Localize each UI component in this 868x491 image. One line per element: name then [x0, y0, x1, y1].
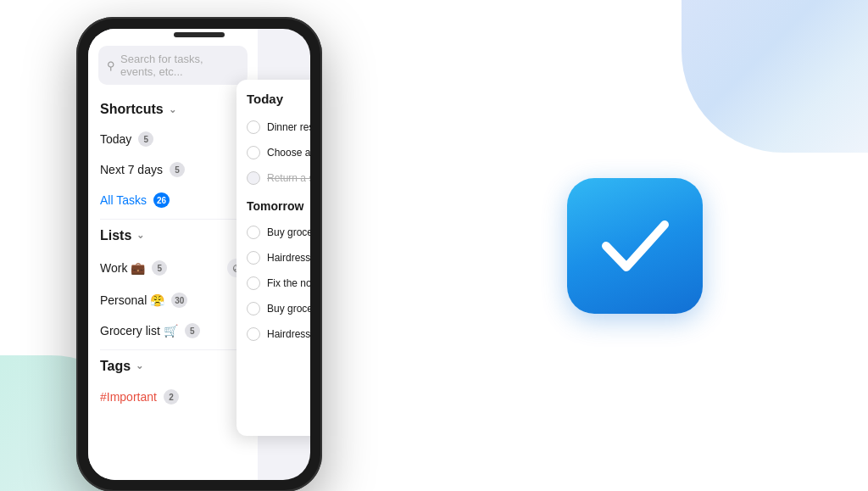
task-dinner-label: Dinner rese...: [267, 121, 310, 133]
list-personal-badge: 30: [171, 293, 187, 308]
search-bar[interactable]: ⚲ Search for tasks, events, etc...: [98, 46, 248, 85]
shortcut-today[interactable]: Today 5: [88, 124, 258, 154]
shortcut-alltasks-label: All Tasks: [100, 193, 147, 207]
search-placeholder: Search for tasks, events, etc...: [120, 53, 239, 78]
tag-important-label: #Important: [100, 390, 157, 404]
task-buy1-label: Buy grocer...: [267, 226, 310, 238]
list-work-label: Work 💼: [100, 261, 145, 275]
shortcut-today-badge: 5: [138, 131, 153, 147]
task-circle: [247, 120, 260, 134]
shortcuts-chevron-icon: ⌄: [169, 104, 176, 115]
task-fix-label: Fix the nois...: [267, 277, 310, 289]
tags-title: Tags ⌄: [100, 359, 143, 374]
shortcuts-title: Shortcuts ⌄: [100, 102, 176, 117]
list-grocery-badge: 5: [185, 323, 200, 338]
task-buy2[interactable]: Buy grocer...: [236, 296, 310, 321]
shortcuts-header: Shortcuts ⌄: [88, 98, 258, 124]
list-personal[interactable]: Personal 😤 30: [88, 285, 258, 315]
microsoft-todo-icon: [567, 178, 703, 314]
task-choose[interactable]: Choose a d...: [236, 140, 310, 165]
today-panel: Today Dinner rese... Choose a d... Retur…: [236, 80, 310, 436]
shortcut-next7days-badge: 5: [170, 162, 185, 177]
task-buy2-label: Buy grocer...: [267, 303, 310, 315]
task-hair1-label: Hairdresser...: [267, 252, 310, 264]
lists-title: Lists ⌄: [100, 228, 144, 243]
tag-important-badge: 2: [164, 389, 179, 405]
task-circle: [247, 146, 260, 159]
task-return[interactable]: Return a s...: [236, 165, 310, 191]
list-work[interactable]: Work 💼 5: [88, 251, 258, 285]
task-hair1[interactable]: Hairdresser...: [236, 245, 310, 271]
list-grocery[interactable]: Grocery list 🛒 5: [88, 315, 258, 346]
task-return-label: Return a s...: [267, 172, 310, 184]
list-personal-label: Personal 😤: [100, 293, 164, 307]
left-panel: ⚲ Search for tasks, events, etc... Short…: [88, 29, 258, 480]
app-icon-container: [567, 178, 703, 314]
shortcut-next7days-label: Next 7 days: [100, 163, 163, 176]
lists-header: Lists ⌄ +: [88, 223, 258, 251]
task-circle: [247, 226, 260, 239]
bg-decoration-top-right: [682, 0, 868, 153]
lists-chevron-icon: ⌄: [136, 230, 144, 241]
shortcut-today-label: Today: [100, 132, 131, 146]
svg-point-2: [234, 269, 236, 271]
task-fix[interactable]: Fix the nois...: [236, 271, 310, 296]
task-circle-done: [247, 171, 260, 185]
phone-body: ⚲ Search for tasks, events, etc... Short…: [76, 17, 322, 491]
tomorrow-title: Tomorrow: [236, 191, 310, 220]
search-icon: ⚲: [107, 59, 115, 72]
shortcut-next7days[interactable]: Next 7 days 5: [88, 154, 258, 185]
divider-2: [100, 349, 246, 350]
shortcut-alltasks[interactable]: All Tasks 26: [88, 185, 258, 215]
task-circle: [247, 302, 260, 315]
task-circle: [247, 327, 260, 341]
task-circle: [247, 276, 260, 290]
task-dinner[interactable]: Dinner rese...: [236, 114, 310, 140]
task-buy1[interactable]: Buy grocer...: [236, 220, 310, 245]
phone-mockup: ⚲ Search for tasks, events, etc... Short…: [76, 17, 348, 491]
list-work-badge: 5: [152, 260, 167, 276]
today-title: Today: [236, 80, 310, 114]
task-circle: [247, 251, 260, 265]
phone-screen: ⚲ Search for tasks, events, etc... Short…: [88, 29, 310, 480]
divider-1: [100, 219, 246, 220]
tag-important[interactable]: #Important 2: [88, 382, 258, 412]
task-hair2[interactable]: Hairdresser...: [236, 321, 310, 347]
list-grocery-label: Grocery list 🛒: [100, 324, 178, 338]
task-hair2-label: Hairdresser...: [267, 328, 310, 340]
phone-speaker: [174, 32, 225, 37]
shortcut-alltasks-badge: 26: [153, 192, 170, 208]
checkmark-svg: [599, 216, 671, 276]
tags-chevron-icon: ⌄: [136, 360, 143, 371]
tags-header: Tags ⌄ +: [88, 354, 258, 382]
task-choose-label: Choose a d...: [267, 147, 310, 159]
